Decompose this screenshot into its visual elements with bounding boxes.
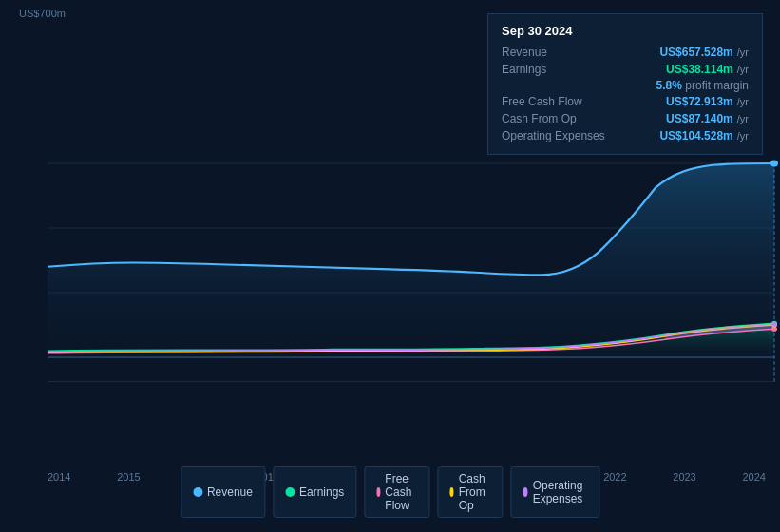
tooltip-profit-margin-row: 5.8% profit margin xyxy=(502,78,749,93)
legend-cfo-label: Cash From Op xyxy=(459,472,491,512)
x-label-2023: 2023 xyxy=(673,471,695,483)
tooltip-cfo-unit: /yr xyxy=(737,113,749,124)
chart-legend: Revenue Earnings Free Cash Flow Cash Fro… xyxy=(181,466,599,518)
legend-fcf[interactable]: Free Cash Flow xyxy=(364,466,429,518)
data-tooltip: Sep 30 2024 Revenue US$657.528m /yr Earn… xyxy=(487,13,763,155)
tooltip-opex-row: Operating Expenses US$104.528m /yr xyxy=(502,127,749,144)
x-label-2015: 2015 xyxy=(117,471,140,483)
tooltip-revenue-label: Revenue xyxy=(502,46,650,59)
svg-point-8 xyxy=(770,161,778,167)
tooltip-revenue-value: US$657.528m xyxy=(659,46,732,59)
tooltip-fcf-unit: /yr xyxy=(737,96,749,107)
legend-opex-label: Operating Expenses xyxy=(533,479,587,505)
y-label-top: US$700m xyxy=(19,8,66,19)
tooltip-opex-label: Operating Expenses xyxy=(502,129,650,142)
legend-revenue-dot xyxy=(193,487,202,497)
legend-cfo-dot xyxy=(449,487,453,497)
legend-revenue[interactable]: Revenue xyxy=(181,466,265,518)
tooltip-fcf-value: US$72.913m xyxy=(666,95,733,108)
tooltip-fcf-row: Free Cash Flow US$72.913m /yr xyxy=(502,93,749,110)
legend-cfo[interactable]: Cash From Op xyxy=(437,466,503,518)
tooltip-revenue-row: Revenue US$657.528m /yr xyxy=(502,44,749,61)
tooltip-profit-margin-value: 5.8% xyxy=(656,79,682,92)
legend-earnings-dot xyxy=(285,487,295,497)
chart-svg xyxy=(0,147,780,470)
tooltip-revenue-unit: /yr xyxy=(737,47,749,58)
legend-earnings[interactable]: Earnings xyxy=(273,466,356,518)
legend-opex-dot xyxy=(523,487,527,497)
x-label-2024: 2024 xyxy=(742,471,765,483)
legend-fcf-dot xyxy=(376,487,380,497)
tooltip-opex-value: US$104.528m xyxy=(659,129,732,142)
legend-opex[interactable]: Operating Expenses xyxy=(510,466,599,518)
tooltip-cfo-row: Cash From Op US$87.140m /yr xyxy=(502,110,749,127)
tooltip-cfo-label: Cash From Op xyxy=(502,112,656,125)
tooltip-earnings-unit: /yr xyxy=(737,64,749,75)
tooltip-earnings-value: US$38.114m xyxy=(666,63,733,76)
tooltip-date: Sep 30 2024 xyxy=(502,24,749,38)
x-label-2014: 2014 xyxy=(48,471,70,483)
x-label-2022: 2022 xyxy=(603,471,626,483)
tooltip-earnings-row: Earnings US$38.114m /yr xyxy=(502,61,749,78)
tooltip-cfo-value: US$87.140m xyxy=(666,112,733,125)
tooltip-opex-unit: /yr xyxy=(737,130,749,142)
legend-fcf-label: Free Cash Flow xyxy=(385,472,417,512)
tooltip-profit-margin-text: 5.8% profit margin xyxy=(656,79,749,92)
tooltip-earnings-label: Earnings xyxy=(502,63,656,76)
svg-point-12 xyxy=(771,322,777,327)
legend-earnings-label: Earnings xyxy=(299,485,344,499)
tooltip-fcf-label: Free Cash Flow xyxy=(502,95,656,108)
legend-revenue-label: Revenue xyxy=(207,485,253,499)
